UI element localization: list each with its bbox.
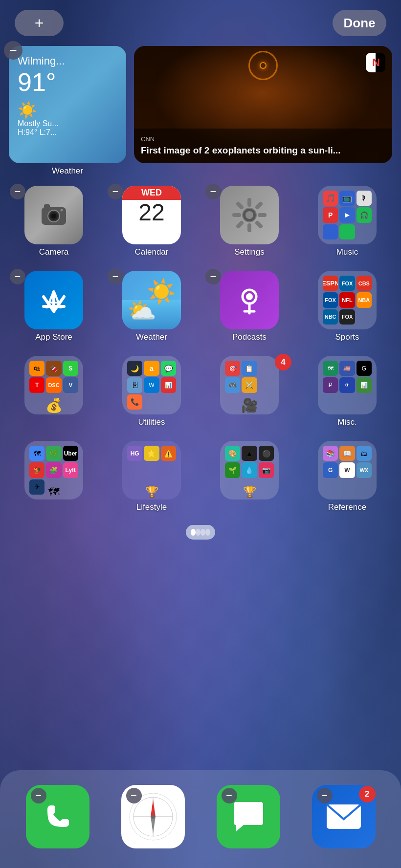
folder-app-music: 🎵 — [323, 191, 338, 206]
weather-widget[interactable]: Wilming... 91° ☀️ Mostly Su... H:94° L:7… — [9, 46, 126, 163]
apple-news-icon: N — [366, 53, 385, 72]
misc-spacer1 — [323, 394, 338, 410]
util-app-5: W — [144, 377, 159, 392]
weather-label: Weather — [136, 332, 167, 342]
appstore-icon: A — [24, 271, 83, 329]
app-misc1-folder[interactable]: 🛍 🍫 S T DSC V 💰 — [5, 351, 103, 431]
misc2-app-1: 🎯 — [225, 361, 240, 376]
travel-app-7: ✈ — [29, 479, 45, 495]
svg-line-14 — [257, 204, 261, 207]
weather-city: Wilming... — [18, 55, 117, 67]
misc-app-1: 🗺 — [323, 361, 338, 376]
app-appstore[interactable]: − A App Store — [5, 266, 103, 346]
folder-app-spotify: 🎧 — [356, 207, 372, 222]
sports-folder-icon: ESPN FOX CBS FOX NFL NBA NBC FOX — [318, 271, 377, 329]
misc3-app-4: 🌱 — [225, 462, 240, 477]
remove-mail-button[interactable]: − — [317, 788, 333, 803]
lifestyle-spacer3 — [161, 462, 176, 477]
reference-folder-icon: 📚 📖 🗂 G W WX — [318, 441, 377, 499]
app-misc-folder[interactable]: 🗺 🇺🇸 G P ✈ 📊 Misc. — [298, 351, 396, 431]
folder-app-item9 — [356, 224, 372, 239]
misc2-spacer5 — [259, 394, 274, 410]
remove-safari-button[interactable]: − — [126, 788, 142, 803]
dock-mail[interactable]: − 2 — [312, 785, 376, 848]
misc3-spacer1 — [225, 479, 240, 495]
app-utilities-folder[interactable]: 🌙 a 💬 🗄 W 📊 📞 Utilities — [103, 351, 200, 431]
page-dot-1[interactable] — [191, 529, 196, 536]
remove-appstore-button[interactable]: − — [10, 269, 25, 284]
travel-spacer2 — [63, 479, 78, 495]
remove-weather-button[interactable]: − — [108, 269, 123, 284]
app-misc3-folder[interactable]: 🎨 ▲ ⚫ 🌱 💧 📷 🏆 — [200, 436, 298, 516]
ref-app-5: W — [339, 462, 355, 477]
travel-bottom-icon: 🗺 — [48, 486, 59, 499]
svg-point-7 — [245, 211, 253, 219]
misc1-app-4: T — [29, 377, 45, 392]
travel-app-2: 🌿 — [46, 446, 61, 461]
util-app-6: 📊 — [161, 377, 176, 392]
util-app-2: a — [144, 361, 159, 376]
camera-svg — [39, 200, 68, 230]
misc2-app-3: 🎮 — [225, 377, 240, 392]
app-podcasts[interactable]: − Podcasts — [200, 266, 298, 346]
camera-icon — [24, 186, 83, 244]
weather-hi-lo: H:94° L:7... — [18, 128, 117, 137]
podcasts-label: Podcasts — [232, 332, 267, 342]
apps-row-2: − A App Store − ☀️ ⛅ Weather — [0, 261, 401, 346]
remove-weather-widget-button[interactable]: − — [4, 41, 22, 60]
weather-temp: 91° — [18, 67, 117, 97]
misc2-spacer2 — [259, 377, 274, 392]
dots-container — [186, 525, 215, 540]
add-widget-button[interactable]: + — [15, 10, 64, 36]
app-calendar[interactable]: − WED 22 Calendar — [103, 181, 200, 261]
app-music-folder[interactable]: 🎵 📺 🎙 P ▶ 🎧 Music — [298, 181, 396, 261]
remove-podcasts-button[interactable]: − — [205, 269, 221, 284]
misc-app-5: ✈ — [339, 377, 355, 392]
page-dot-3[interactable] — [200, 529, 205, 536]
ref-app-3: 🗂 — [356, 446, 372, 461]
misc-app-4: P — [323, 377, 338, 392]
news-headline: First image of 2 exoplanets orbiting a s… — [141, 145, 385, 156]
misc-folder-icon: 🗺 🇺🇸 G P ✈ 📊 — [318, 356, 377, 414]
widgets-row: − Wilming... 91° ☀️ Mostly Su... H:94° L… — [0, 46, 401, 176]
remove-phone-button[interactable]: − — [31, 788, 46, 803]
utilities-label: Utilities — [138, 417, 165, 427]
done-button[interactable]: Done — [333, 10, 386, 36]
news-widget[interactable]: N CNN First image of 2 exoplanets orbiti… — [134, 46, 392, 163]
misc1-app-6: V — [63, 377, 78, 392]
mail-badge: 2 — [359, 786, 376, 803]
page-dot-4[interactable] — [205, 529, 210, 536]
travel-label — [53, 502, 55, 512]
app-lifestyle-folder[interactable]: HG ⭐ ⚠️ 🏆 Lifestyle — [103, 436, 200, 516]
remove-messages-button[interactable]: − — [222, 788, 237, 803]
app-settings[interactable]: − Settings — [200, 181, 298, 261]
remove-camera-button[interactable]: − — [10, 184, 25, 199]
app-misc2-folder[interactable]: 4 🎯 📋 🎮 ⚔️ 🎥 — [200, 351, 298, 431]
news-content: CNN First image of 2 exoplanets orbiting… — [134, 129, 392, 163]
svg-point-22 — [246, 293, 253, 300]
dock-messages[interactable]: − — [217, 785, 280, 848]
misc1-spacer1 — [29, 394, 45, 410]
app-reference-folder[interactable]: 📚 📖 🗂 G W WX Reference — [298, 436, 396, 516]
page-dot-2[interactable] — [196, 529, 200, 536]
remove-calendar-button[interactable]: − — [108, 184, 123, 199]
remove-settings-button[interactable]: − — [205, 184, 221, 199]
misc2-badge: 4 — [275, 354, 291, 370]
misc3-spacer3 — [259, 479, 274, 495]
messages-svg — [229, 797, 268, 836]
dock-safari[interactable]: − — [121, 785, 185, 848]
app-sports-folder[interactable]: ESPN FOX CBS FOX NFL NBA NBC FOX Sports — [298, 266, 396, 346]
sports-app-3: CBS — [356, 276, 372, 291]
dock-phone[interactable]: − — [26, 785, 89, 848]
misc1-app-1: 🛍 — [29, 361, 45, 376]
phone-svg — [41, 800, 75, 834]
podcasts-icon — [220, 271, 279, 329]
misc2-app-2: 📋 — [242, 361, 257, 376]
app-camera[interactable]: − Camera — [5, 181, 103, 261]
ref-app-2: 📖 — [339, 446, 355, 461]
weather-widget-container: − Wilming... 91° ☀️ Mostly Su... H:94° L… — [9, 46, 126, 163]
app-weather[interactable]: − ☀️ ⛅ Weather — [103, 266, 200, 346]
misc3-app-3: ⚫ — [259, 446, 274, 461]
travel-app-4: 🐓 — [29, 462, 45, 477]
app-travel-folder[interactable]: 🗺 🌿 Uber 🐓 🧩 Lyft ✈ 🗺 — [5, 436, 103, 516]
